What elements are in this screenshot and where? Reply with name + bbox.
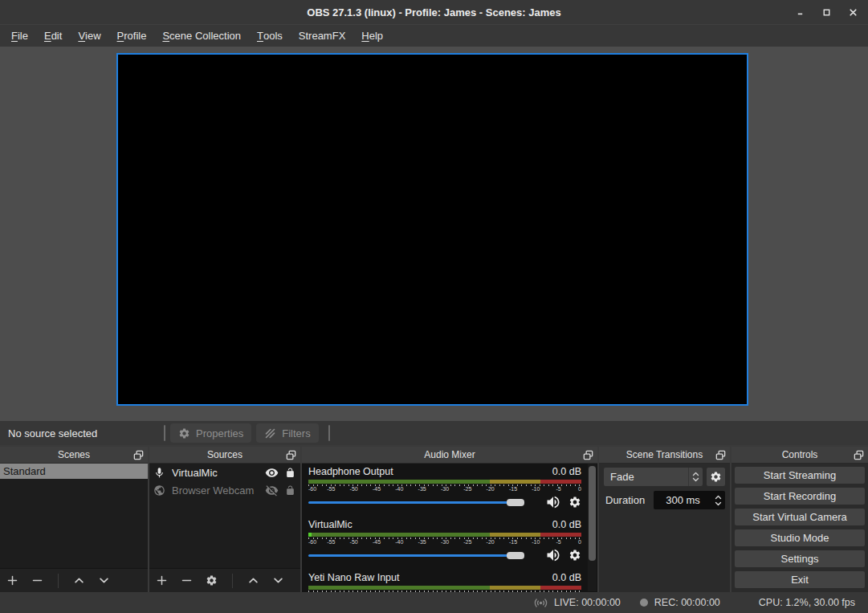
close-icon[interactable] — [846, 6, 860, 19]
studio-mode-button[interactable]: Studio Mode — [735, 529, 865, 546]
scene-transitions-dock-header: Scene Transitions — [599, 447, 730, 464]
cpu-status: CPU: 1.2%, 30.00 fps — [759, 597, 855, 608]
titlebar: OBS 27.1.3 (linux) - Profile: James - Sc… — [0, 0, 868, 24]
globe-icon — [153, 484, 165, 497]
source-row[interactable]: VirtualMic — [149, 464, 300, 481]
controls-dock-header: Controls — [731, 447, 868, 464]
menu-item-help[interactable]: Help — [353, 25, 391, 47]
meter-tick-labels: -60-55-50-45-40-35-30-25-20-15-10-50 — [308, 539, 581, 546]
start-virtual-camera-button[interactable]: Start Virtual Camera — [735, 509, 865, 525]
mixer-channel-name: VirtualMic — [308, 519, 352, 530]
menu-item-profile[interactable]: Profile — [109, 25, 155, 47]
gear-icon[interactable] — [206, 574, 218, 586]
dock-area: Scenes Standard Sources VirtualMicBrowse… — [0, 445, 868, 592]
gear-icon[interactable] — [568, 549, 581, 562]
plus-icon[interactable] — [6, 574, 18, 586]
controls-dock-title: Controls — [782, 449, 818, 460]
mixer-channel-name: Headphone Output — [308, 466, 393, 477]
minimize-icon[interactable] — [793, 6, 807, 19]
volume-slider-handle[interactable] — [507, 499, 524, 506]
source-name: VirtualMic — [172, 467, 259, 479]
gear-icon — [710, 471, 722, 483]
eye-off-icon[interactable] — [265, 484, 279, 497]
maximize-icon[interactable] — [820, 6, 833, 19]
lock-open-icon[interactable] — [285, 485, 295, 496]
mixer-channel: Yeti Nano Raw Input0.0 dB-60-55-50-45-40… — [308, 571, 581, 592]
scene-transitions-dock: Scene Transitions Fade Duration — [599, 447, 730, 592]
mixer-channel-volume-db: 0.0 dB — [552, 572, 581, 583]
chevron-up-icon[interactable] — [73, 574, 85, 586]
mixer-channel-header: Headphone Output0.0 dB — [308, 465, 581, 478]
menu-item-scene-collection[interactable]: Scene Collection — [154, 25, 249, 47]
scene-item[interactable]: Standard — [0, 464, 148, 479]
plus-icon[interactable] — [156, 574, 168, 586]
settings-button[interactable]: Settings — [735, 550, 865, 567]
mixer-channel-header: Yeti Nano Raw Input0.0 dB — [308, 571, 581, 584]
filters-button[interactable]: Filters — [256, 423, 318, 443]
toolbar-separator — [164, 425, 165, 441]
scenes-dock: Scenes Standard — [0, 447, 148, 592]
controls-dock: Controls Start StreamingStart RecordingS… — [731, 447, 868, 592]
menu-item-streamfx[interactable]: StreamFX — [291, 25, 354, 47]
menu-item-file[interactable]: File — [3, 25, 36, 47]
eye-icon[interactable] — [265, 466, 279, 480]
lock-open-icon[interactable] — [285, 468, 295, 478]
properties-button-label: Properties — [196, 427, 243, 439]
transition-properties-button[interactable] — [707, 468, 725, 486]
sources-toolbar — [149, 568, 300, 592]
start-streaming-button[interactable]: Start Streaming — [735, 467, 865, 484]
exit-button[interactable]: Exit — [735, 571, 865, 588]
transition-select[interactable]: Fade — [604, 468, 703, 486]
audio-mixer-dock-title: Audio Mixer — [424, 449, 475, 460]
popout-icon[interactable] — [582, 449, 594, 461]
menu-item-edit[interactable]: Edit — [36, 25, 70, 47]
gear-icon[interactable] — [568, 496, 581, 509]
speaker-icon[interactable] — [545, 494, 561, 510]
mixer-channel: Headphone Output0.0 dB-60-55-50-45-40-35… — [308, 465, 581, 509]
transition-selected-value: Fade — [610, 471, 634, 483]
rec-status: REC: 00:00:00 — [654, 597, 720, 608]
toolbar-separator — [58, 574, 59, 588]
preview-canvas[interactable] — [116, 53, 748, 406]
minus-icon[interactable] — [31, 574, 43, 586]
properties-button[interactable]: Properties — [170, 423, 251, 443]
start-recording-button[interactable]: Start Recording — [735, 488, 865, 505]
scenes-toolbar — [0, 568, 148, 592]
spinner-up-icon[interactable] — [715, 495, 722, 500]
volume-slider[interactable] — [308, 496, 538, 509]
menu-item-view[interactable]: View — [70, 25, 108, 47]
popout-icon[interactable] — [853, 449, 865, 461]
popout-icon[interactable] — [132, 449, 145, 461]
microphone-icon — [153, 467, 165, 479]
source-row[interactable]: Browser Webcam — [149, 481, 300, 499]
mixer-scrollbar-handle[interactable] — [589, 466, 596, 561]
spinner-down-icon — [692, 477, 699, 482]
duration-spinbox[interactable]: 300 ms — [654, 491, 725, 509]
speaker-icon[interactable] — [545, 547, 561, 563]
sources-dock-title: Sources — [207, 449, 242, 460]
volume-slider-row — [308, 549, 581, 562]
menu-item-tools[interactable]: Tools — [249, 25, 291, 47]
chevron-up-icon[interactable] — [247, 574, 259, 586]
broadcast-icon — [533, 595, 548, 611]
audio-mixer-dock-header: Audio Mixer — [302, 447, 597, 464]
duration-value: 300 ms — [654, 494, 712, 506]
chevron-down-icon[interactable] — [98, 574, 110, 586]
mixer-channel-header: VirtualMic0.0 dB — [308, 518, 581, 531]
source-toolbar: No source selected Properties Filters — [0, 421, 868, 445]
source-status-text: No source selected — [0, 427, 159, 439]
window-title: OBS 27.1.3 (linux) - Profile: James - Sc… — [307, 6, 560, 18]
volume-slider[interactable] — [308, 549, 538, 562]
minus-icon[interactable] — [181, 574, 193, 586]
transition-select-arrows[interactable] — [688, 468, 703, 486]
volume-slider-handle[interactable] — [507, 552, 524, 559]
source-name: Browser Webcam — [172, 484, 259, 497]
menubar: FileEditViewProfileScene CollectionTools… — [0, 24, 868, 47]
toolbar-separator — [232, 574, 233, 588]
popout-icon[interactable] — [285, 449, 297, 461]
popout-icon[interactable] — [715, 449, 727, 461]
sources-dock: Sources VirtualMicBrowser Webcam — [149, 447, 300, 592]
scenes-dock-title: Scenes — [58, 449, 90, 460]
spinner-down-icon[interactable] — [715, 501, 722, 506]
chevron-down-icon[interactable] — [272, 574, 284, 586]
